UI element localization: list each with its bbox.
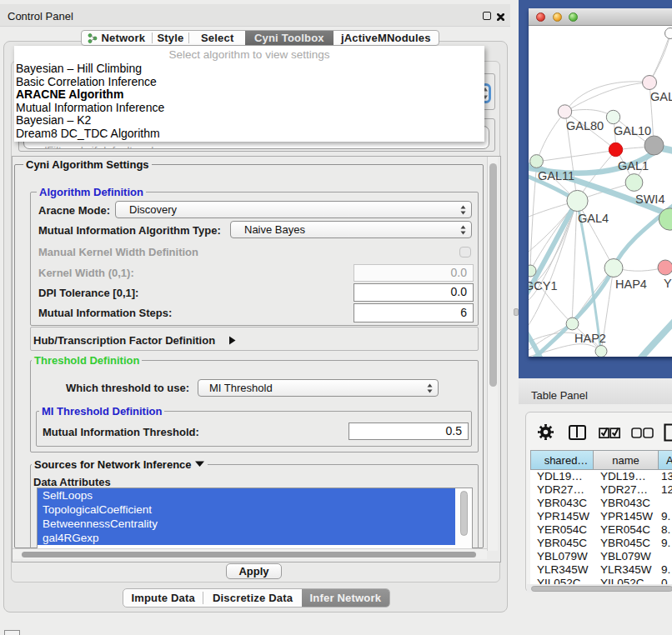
svg-text:SWI4: SWI4 <box>635 192 664 206</box>
svg-text:GAL11: GAL11 <box>538 169 574 182</box>
svg-text:GAL10: GAL10 <box>614 124 651 138</box>
svg-text:HAP4: HAP4 <box>615 278 647 291</box>
svg-text:GAL4: GAL4 <box>578 212 609 225</box>
svg-text:HAP2: HAP2 <box>574 332 606 345</box>
svg-text:GAL1: GAL1 <box>618 159 649 172</box>
svg-text:Y: Y <box>664 277 672 290</box>
svg-text:GAL2: GAL2 <box>650 90 672 103</box>
svg-text:GCY1: GCY1 <box>529 279 558 292</box>
svg-text:GAL80: GAL80 <box>566 119 604 132</box>
